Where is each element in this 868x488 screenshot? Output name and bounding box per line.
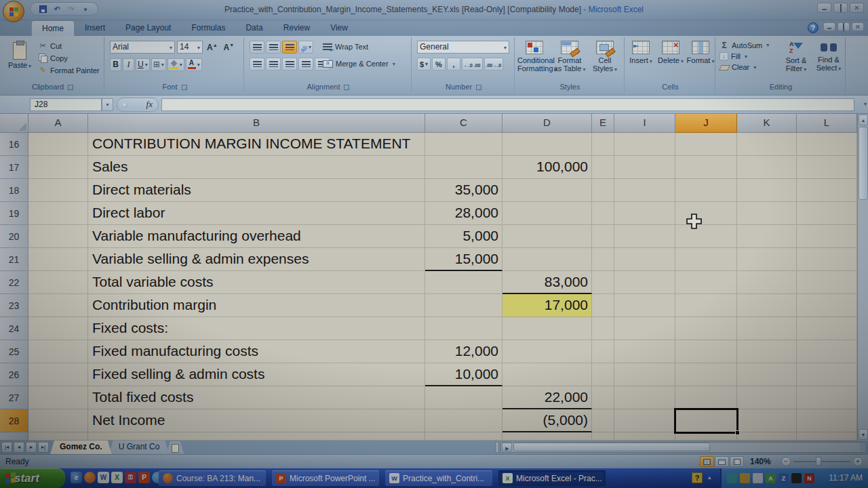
cell-B18[interactable]: Direct materials (88, 179, 425, 202)
cell-J17[interactable] (675, 156, 737, 179)
sheet-tab-u-grant-co[interactable]: U Grant Co (109, 441, 170, 454)
cell-C26[interactable]: 10,000 (425, 363, 502, 386)
row-header-17[interactable]: 17 (0, 156, 28, 179)
font-size-combo[interactable]: 14 (177, 41, 203, 54)
cell-J27[interactable] (675, 386, 737, 409)
cell-C25[interactable]: 12,000 (425, 340, 502, 363)
ribbon-tab-page-layout[interactable]: Page Layout (115, 20, 181, 36)
ribbon-tab-formulas[interactable]: Formulas (181, 20, 235, 36)
number-dialog-launcher[interactable] (476, 85, 481, 90)
cell-C24[interactable] (425, 317, 502, 340)
page-layout-view-button[interactable] (715, 456, 729, 467)
zoom-in-button[interactable]: + (853, 457, 863, 466)
ribbon-tab-data[interactable]: Data (235, 20, 273, 36)
cell-E16[interactable] (592, 133, 614, 156)
bottom-align-button[interactable] (282, 41, 297, 54)
column-header-K[interactable]: K (737, 114, 797, 133)
decrease-indent-button[interactable] (298, 58, 313, 70)
formula-bar-grip[interactable] (123, 103, 127, 108)
cell-J18[interactable] (675, 179, 737, 202)
cell-B26[interactable]: Fixed selling & admin costs (88, 363, 425, 386)
cell-K20[interactable] (737, 225, 797, 248)
cell-A23[interactable] (28, 294, 88, 317)
cut-button[interactable]: Cut (38, 41, 100, 50)
cell-K29[interactable] (737, 432, 797, 441)
grow-font-button[interactable]: A▲ (205, 43, 220, 52)
cell-J20[interactable] (675, 225, 737, 248)
cell-L16[interactable] (797, 133, 857, 156)
cell-D26[interactable] (502, 363, 592, 386)
cell-A18[interactable] (28, 179, 88, 202)
cell-I26[interactable] (614, 363, 675, 386)
cell-L25[interactable] (797, 340, 857, 363)
taskbar-button-course-ba-213-man[interactable]: Course: BA 213: Man... (159, 470, 266, 486)
sheet-tab-gomez-co[interactable]: Gomez Co. (50, 441, 112, 454)
page-break-view-button[interactable] (730, 456, 744, 467)
comma-style-button[interactable]: , (447, 58, 460, 70)
cell-I20[interactable] (614, 225, 675, 248)
cell-J19[interactable] (675, 202, 737, 225)
cell-K25[interactable] (737, 340, 797, 363)
cell-A27[interactable] (28, 386, 88, 409)
row-header-23[interactable]: 23 (0, 294, 28, 317)
tray-notepad-icon[interactable] (753, 473, 763, 483)
workbook-restore-button[interactable] (837, 22, 850, 31)
ribbon-tab-review[interactable]: Review (273, 20, 320, 36)
scroll-up-arrow[interactable]: ▲ (859, 115, 868, 125)
insert-function-button[interactable]: fx (146, 99, 153, 110)
row-header-28[interactable]: 28 (0, 409, 28, 432)
column-header-C[interactable]: C (425, 114, 502, 133)
cell-E21[interactable] (592, 248, 614, 271)
ribbon-tab-insert[interactable]: Insert (75, 20, 115, 36)
insert-cells-button[interactable]: Insert (626, 39, 656, 81)
office-button[interactable] (3, 1, 24, 22)
fill-color-button[interactable] (167, 58, 184, 71)
column-header-D[interactable]: D (502, 114, 592, 133)
next-sheet-button[interactable]: ▸ (26, 442, 37, 453)
tray-dot-icon[interactable] (791, 473, 802, 483)
cell-I19[interactable] (614, 202, 675, 225)
cell-C28[interactable] (425, 409, 502, 432)
cell-K16[interactable] (737, 133, 797, 156)
alignment-dialog-launcher[interactable] (344, 85, 349, 90)
zoom-level[interactable]: 140% (750, 457, 771, 466)
cell-K22[interactable] (737, 271, 797, 294)
name-box[interactable]: J28 (30, 98, 102, 111)
cell-C18[interactable]: 35,000 (425, 179, 502, 202)
cell-C17[interactable] (425, 156, 502, 179)
underline-button[interactable]: U (136, 58, 150, 71)
row-header-16[interactable]: 16 (0, 133, 28, 156)
cell-B23[interactable]: Contribution margin (88, 294, 425, 317)
cell-L21[interactable] (797, 248, 857, 271)
cell-K28[interactable] (737, 409, 797, 432)
cell-C22[interactable] (425, 271, 502, 294)
cell-A28[interactable] (28, 409, 88, 432)
cell-B25[interactable]: Fixed manufacturing costs (88, 340, 425, 363)
cell-E20[interactable] (592, 225, 614, 248)
cell-E17[interactable] (592, 156, 614, 179)
cell-I22[interactable] (614, 271, 675, 294)
cell-B21[interactable]: Variable selling & admin expenses (88, 248, 425, 271)
cell-C21[interactable]: 15,000 (425, 248, 502, 271)
percent-style-button[interactable]: % (432, 58, 446, 70)
cell-B19[interactable]: Direct labor (88, 202, 425, 225)
workbook-minimize-button[interactable] (823, 22, 835, 31)
cell-I17[interactable] (614, 156, 675, 179)
merge-center-button[interactable]: Merge & Center (323, 60, 395, 68)
row-header-18[interactable]: 18 (0, 179, 28, 202)
previous-sheet-button[interactable]: ◂ (14, 442, 24, 453)
scroll-down-arrow[interactable]: ▼ (859, 429, 868, 440)
cell-D21[interactable] (502, 248, 592, 271)
cell-E28[interactable] (592, 409, 614, 432)
scrollbar-resize-grip[interactable] (861, 443, 866, 451)
normal-view-button[interactable] (700, 456, 714, 467)
cell-J21[interactable] (675, 248, 737, 271)
copy-button[interactable]: Copy (38, 54, 100, 62)
row-header-26[interactable]: 26 (0, 363, 28, 386)
cell-D27[interactable]: 22,000 (502, 386, 592, 409)
fill-button[interactable]: Fill (719, 52, 769, 60)
cell-K26[interactable] (737, 363, 797, 386)
cell-L29[interactable] (797, 432, 857, 441)
italic-button[interactable]: I (123, 58, 134, 71)
workbook-close-button[interactable] (852, 22, 864, 31)
